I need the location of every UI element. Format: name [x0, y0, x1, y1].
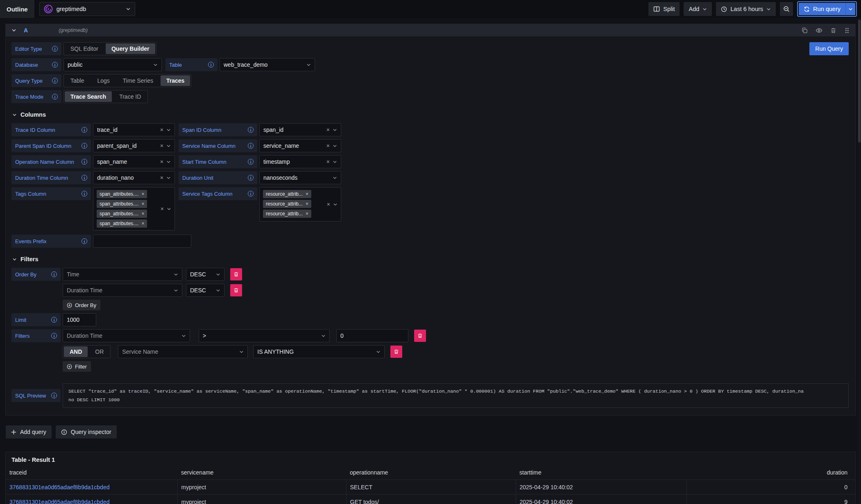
order-by-direction-select[interactable]: DESC — [186, 268, 224, 281]
remove-filter-button[interactable] — [390, 346, 402, 358]
run-query-options-button[interactable] — [845, 3, 855, 15]
zoom-out-button[interactable] — [780, 2, 793, 16]
info-icon[interactable]: i — [51, 333, 57, 339]
drag-handle-icon[interactable] — [844, 27, 850, 34]
info-icon[interactable]: i — [82, 159, 87, 165]
column-header-servicename[interactable]: servicename — [177, 466, 346, 480]
service-tag-chip[interactable]: resource_attrib...× — [263, 190, 311, 198]
add-dropdown[interactable]: Add — [684, 2, 712, 16]
trace-id-option[interactable]: Trace ID — [113, 91, 147, 102]
clear-icon[interactable]: × — [160, 159, 163, 165]
clear-all-icon[interactable]: × — [327, 201, 330, 207]
info-icon[interactable]: i — [82, 127, 87, 133]
info-icon[interactable]: i — [248, 143, 254, 149]
info-icon[interactable]: i — [82, 238, 87, 244]
column-header-duration[interactable]: duration — [687, 466, 856, 480]
query-type-table[interactable]: Table — [65, 75, 90, 86]
scrollbar[interactable] — [858, 18, 861, 504]
scrollbar-thumb[interactable] — [858, 20, 861, 142]
table-select[interactable]: web_trace_demo — [220, 58, 315, 71]
clear-icon[interactable]: × — [160, 143, 163, 149]
add-order-by-button[interactable]: Order By — [63, 300, 100, 310]
service-tag-chip[interactable]: resource_attrib...× — [263, 200, 311, 208]
clear-icon[interactable]: × — [326, 159, 330, 165]
info-icon[interactable]: i — [82, 143, 87, 149]
query-type-logs[interactable]: Logs — [91, 75, 115, 86]
duration-unit-select[interactable]: nanoseconds — [259, 171, 341, 184]
editor-run-query-button[interactable]: Run Query — [809, 42, 849, 55]
remove-chip-icon[interactable]: × — [141, 221, 144, 226]
trace-id-column-select[interactable]: trace_id× — [93, 123, 175, 136]
clear-icon[interactable]: × — [160, 175, 163, 181]
order-by-field-select[interactable]: Time — [63, 268, 182, 281]
remove-query-trash-icon[interactable] — [830, 27, 836, 34]
trace-id-link[interactable]: 3768831301ea0d65adaef8b9da1cbded — [9, 499, 109, 504]
column-header-starttime[interactable]: starttime — [516, 466, 687, 480]
info-icon[interactable]: i — [51, 271, 57, 277]
filter-value-input[interactable] — [336, 329, 408, 342]
order-by-direction-select[interactable]: DESC — [186, 284, 224, 297]
run-query-button[interactable]: Run query — [799, 3, 845, 15]
sql-editor-option[interactable]: SQL Editor — [65, 43, 104, 54]
remove-chip-icon[interactable]: × — [306, 192, 308, 197]
database-select[interactable]: public — [63, 58, 162, 71]
info-icon[interactable]: i — [51, 317, 57, 323]
info-icon[interactable]: i — [51, 393, 57, 398]
limit-input[interactable] — [63, 313, 96, 326]
datasource-picker[interactable]: greptimedb — [39, 2, 135, 16]
tag-chip[interactable]: span_attributes....× — [97, 200, 147, 208]
info-icon[interactable]: i — [248, 159, 254, 165]
info-icon[interactable]: i — [82, 191, 87, 197]
filter-field-select[interactable]: Duration Time — [63, 329, 190, 342]
tag-chip[interactable]: span_attributes....× — [97, 210, 147, 218]
info-icon[interactable]: i — [248, 175, 254, 181]
clear-icon[interactable]: × — [326, 143, 330, 149]
column-header-traceid[interactable]: traceid — [6, 466, 177, 480]
remove-chip-icon[interactable]: × — [306, 211, 308, 216]
tag-chip[interactable]: span_attributes....× — [97, 219, 147, 228]
duration-time-column-select[interactable]: duration_nano× — [93, 171, 175, 184]
remove-chip-icon[interactable]: × — [306, 201, 308, 206]
remove-filter-button[interactable] — [414, 330, 426, 342]
query-type-timeseries[interactable]: Time Series — [117, 75, 159, 86]
time-range-picker[interactable]: Last 6 hours — [716, 2, 776, 16]
remove-order-by-button[interactable] — [230, 268, 242, 280]
query-inspector-button[interactable]: Query inspector — [56, 425, 117, 438]
hide-response-eye-icon[interactable] — [816, 27, 822, 34]
info-icon[interactable]: i — [248, 127, 254, 133]
columns-section-header[interactable]: Columns — [12, 111, 849, 118]
clear-icon[interactable]: × — [160, 127, 163, 133]
filters-section-header[interactable]: Filters — [12, 256, 849, 262]
remove-chip-icon[interactable]: × — [141, 211, 144, 216]
trace-search-option[interactable]: Trace Search — [65, 91, 112, 102]
remove-chip-icon[interactable]: × — [141, 192, 144, 197]
parent-span-id-column-select[interactable]: parent_span_id× — [93, 139, 175, 152]
filter-operator-select[interactable]: > — [199, 329, 330, 342]
info-icon[interactable]: i — [248, 191, 254, 197]
clear-icon[interactable]: × — [326, 127, 330, 133]
service-name-column-select[interactable]: service_name× — [259, 139, 341, 152]
info-icon[interactable]: i — [208, 62, 214, 68]
filter-field-select[interactable]: Service Name — [118, 345, 248, 358]
outline-button[interactable]: Outline — [0, 0, 34, 18]
add-filter-button[interactable]: Filter — [63, 361, 91, 372]
span-id-column-select[interactable]: span_id× — [259, 123, 341, 136]
duplicate-query-icon[interactable] — [802, 27, 808, 34]
events-prefix-input[interactable] — [93, 235, 191, 248]
or-option[interactable]: OR — [89, 346, 109, 357]
query-row-header[interactable]: A (greptimedb) — [6, 24, 855, 36]
info-icon[interactable]: i — [52, 46, 58, 52]
info-icon[interactable]: i — [52, 94, 58, 99]
clear-all-icon[interactable]: × — [161, 206, 164, 212]
query-type-traces[interactable]: Traces — [161, 75, 190, 86]
filter-operator-select[interactable]: IS ANYTHING — [253, 345, 385, 358]
and-option[interactable]: AND — [64, 346, 88, 357]
add-query-button[interactable]: Add query — [6, 425, 52, 438]
remove-order-by-button[interactable] — [230, 284, 242, 296]
split-button[interactable]: Split — [648, 2, 680, 16]
info-icon[interactable]: i — [82, 175, 87, 181]
tag-chip[interactable]: span_attributes....× — [97, 190, 147, 198]
operation-name-column-select[interactable]: span_name× — [93, 155, 175, 168]
order-by-field-select[interactable]: Duration Time — [63, 284, 182, 297]
collapse-chevron-icon[interactable] — [11, 28, 16, 33]
